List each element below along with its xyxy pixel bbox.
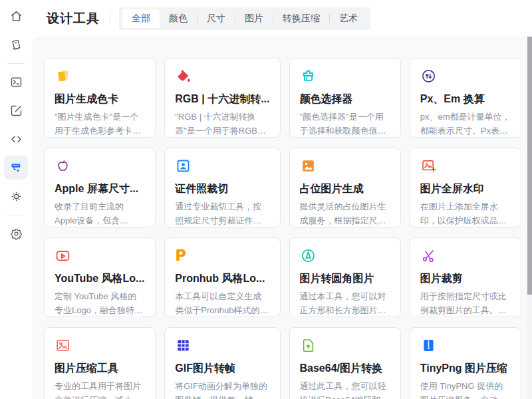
tool-card[interactable]: RGB | 十六进制转... "RGB | 十六进制转换器"是一个用于将RGB颜… [164, 58, 280, 138]
tool-description: 通过此工具，您可以轻松进行Base64编码和解码，实... [300, 380, 390, 399]
scissors-icon [420, 247, 511, 264]
scrollbar[interactable] [527, 37, 532, 399]
tool-title: RGB | 十六进制转... [175, 92, 269, 106]
tool-card[interactable]: GIF图片转帧 将GIF动画分解为单独的图像帧。提供每一帧的输出... [164, 327, 280, 399]
gear-icon [9, 227, 23, 241]
tool-title: GIF图片转帧 [175, 362, 269, 376]
home-icon [9, 9, 23, 23]
tool-description: 本工具可以自定义生成类似于Pronhub样式的Logo，... [175, 290, 269, 318]
tool-title: Apple 屏幕尺寸... [55, 182, 145, 196]
sun-icon [9, 190, 23, 203]
tools-panel: 图片生成色卡 "图片生成色卡"是一个用于生成色彩参考卡的工具。... RGB |… [32, 37, 532, 399]
color-cards-icon [55, 67, 145, 84]
category-tab[interactable]: 转换压缩 [273, 9, 329, 28]
title-divider [110, 13, 110, 25]
tool-card[interactable]: 证件照裁切 通过专业裁切工具，按照规定尺寸剪裁证件照，确保... [164, 148, 280, 227]
apple-icon [55, 157, 145, 174]
tool-title: 颜色选择器 [300, 92, 390, 106]
sidebar-item-theme[interactable] [4, 184, 28, 208]
tool-card[interactable]: TinyPng 图片压缩 使用 TinyPNG 提供的图片压缩服务，自动减小图像… [410, 327, 521, 399]
tool-card[interactable]: 颜色选择器 "颜色选择器"是一个用于选择和获取颜色值的工具。... [289, 58, 401, 138]
sidebar-item-editor[interactable] [4, 98, 28, 122]
tool-card[interactable]: YouTube 风格Lo... 定制 YouTube 风格的专业Logo，融合独… [44, 237, 156, 317]
tool-title: YouTube 风格Lo... [55, 272, 145, 286]
tool-title: 图片裁剪 [420, 272, 511, 286]
tool-title: 证件照裁切 [175, 182, 269, 196]
image-outline-icon [55, 336, 145, 354]
sidebar-item-code[interactable] [4, 127, 28, 151]
tool-description: 定制 YouTube 风格的专业Logo，融合独特设计元... [55, 290, 145, 318]
tool-description: 用于按照指定尺寸或比例裁剪图片的工具。提供简便... [420, 290, 511, 318]
tool-description: 在图片上添加全屏水印，以保护版权或品牌标识。水... [420, 200, 511, 228]
code-icon [9, 132, 23, 146]
image-filled-icon [300, 157, 390, 174]
tool-description: 收录了目前主流的Apple设备，包含iMac、... [55, 200, 145, 228]
tool-title: 图片转圆角图片 [300, 272, 390, 286]
tool-card[interactable]: P Pronhub 风格Lo... 本工具可以自定义生成类似于Pronhub样式… [164, 237, 280, 317]
tool-title: 占位图片生成 [300, 182, 390, 196]
tool-title: 图片全屏水印 [420, 182, 511, 196]
tool-card[interactable]: 图片压缩工具 专业的工具用于将图片文件进行压缩，减小文件大小... [44, 327, 156, 399]
tool-card[interactable]: 占位图片生成 提供灵活的占位图片生成服务，根据指定尺寸、颜色... [289, 148, 401, 227]
sidebar [0, 0, 32, 399]
sidebar-divider [7, 63, 25, 64]
sidebar-item-settings[interactable] [4, 221, 28, 245]
tool-description: 提供灵活的占位图片生成服务，根据指定尺寸、颜色... [300, 200, 390, 228]
file-upload-icon [300, 336, 390, 354]
zip-file-icon [420, 336, 511, 354]
category-tab[interactable]: 尺寸 [198, 9, 235, 28]
tool-description: 将GIF动画分解为单独的图像帧。提供每一帧的输出... [175, 380, 269, 399]
id-photo-icon [175, 157, 269, 174]
letter-p-icon: P [175, 247, 269, 264]
paint-roller-icon [9, 161, 23, 175]
tool-title: Px、Em 换算 [420, 92, 511, 106]
paint-brush-icon [300, 67, 390, 84]
tool-card[interactable]: Base64/图片转换 通过此工具，您可以轻松进行Base64编码和解码，实..… [289, 327, 401, 399]
paint-bucket-icon [175, 67, 269, 84]
tool-description: px、em都是计量单位，都能表示尺寸。Px表示"绝... [420, 110, 511, 138]
notebook-icon [9, 38, 23, 52]
youtube-icon [55, 247, 145, 264]
tool-card[interactable]: 图片转圆角图片 通过本工具，您可以对正方形和长方形图片进行圆角... [289, 237, 401, 317]
edit-icon [9, 104, 23, 118]
tool-title: 图片生成色卡 [55, 92, 145, 106]
tool-card[interactable]: 图片生成色卡 "图片生成色卡"是一个用于生成色彩参考卡的工具。... [44, 58, 156, 138]
tool-description: 通过专业裁切工具，按照规定尺寸剪裁证件照，确保... [175, 200, 269, 228]
image-plus-icon [420, 157, 511, 174]
tool-title: Base64/图片转换 [300, 362, 390, 376]
tools-grid: 图片生成色卡 "图片生成色卡"是一个用于生成色彩参考卡的工具。... RGB |… [44, 58, 521, 399]
tool-description: "图片生成色卡"是一个用于生成色彩参考卡的工具。... [55, 110, 145, 138]
terminal-icon [9, 75, 23, 89]
tool-description: "RGB | 十六进制转换器"是一个用于将RGB颜色值和... [175, 110, 269, 138]
tool-card[interactable]: 图片裁剪 用于按照指定尺寸或比例裁剪图片的工具。提供简便... [410, 237, 521, 317]
tool-card[interactable]: 图片全屏水印 在图片上添加全屏水印，以保护版权或品牌标识。水... [410, 148, 521, 227]
scrollbar-thumb[interactable] [527, 37, 532, 295]
category-tab[interactable]: 全部 [122, 9, 160, 28]
arrows-updown-circle-icon [420, 67, 511, 84]
tool-card[interactable]: Apple 屏幕尺寸... 收录了目前主流的Apple设备，包含iMac、... [44, 148, 156, 227]
tool-title: Pronhub 风格Lo... [175, 272, 269, 286]
sidebar-item-design-tools[interactable] [4, 156, 28, 180]
page-title: 设计工具 [47, 10, 100, 27]
category-tab[interactable]: 艺术 [330, 9, 367, 28]
app-header: 设计工具 全部颜色尺寸图片转换压缩艺术 [32, 0, 532, 37]
tool-description: 专业的工具用于将图片文件进行压缩，减小文件大小... [55, 380, 145, 399]
tool-title: 图片压缩工具 [55, 362, 145, 376]
category-tabbar: 全部颜色尺寸图片转换压缩艺术 [119, 7, 370, 30]
sidebar-divider [7, 215, 25, 215]
frames-grid-icon [175, 336, 269, 354]
category-tab[interactable]: 图片 [235, 9, 273, 28]
tool-description: 通过本工具，您可以对正方形和长方形图片进行圆角... [300, 290, 390, 318]
tool-description: "颜色选择器"是一个用于选择和获取颜色值的工具。... [300, 110, 390, 138]
tool-card[interactable]: Px、Em 换算 px、em都是计量单位，都能表示尺寸。Px表示"绝... [410, 58, 521, 138]
sidebar-item-home[interactable] [4, 4, 28, 28]
nav-arrow-circle-icon [300, 247, 390, 264]
sidebar-item-terminal[interactable] [4, 70, 28, 94]
category-tab[interactable]: 颜色 [160, 9, 197, 28]
tool-title: TinyPng 图片压缩 [420, 362, 511, 376]
sidebar-item-notebook[interactable] [4, 33, 28, 57]
tool-description: 使用 TinyPNG 提供的图片压缩服务，自动减小图像... [420, 380, 511, 399]
